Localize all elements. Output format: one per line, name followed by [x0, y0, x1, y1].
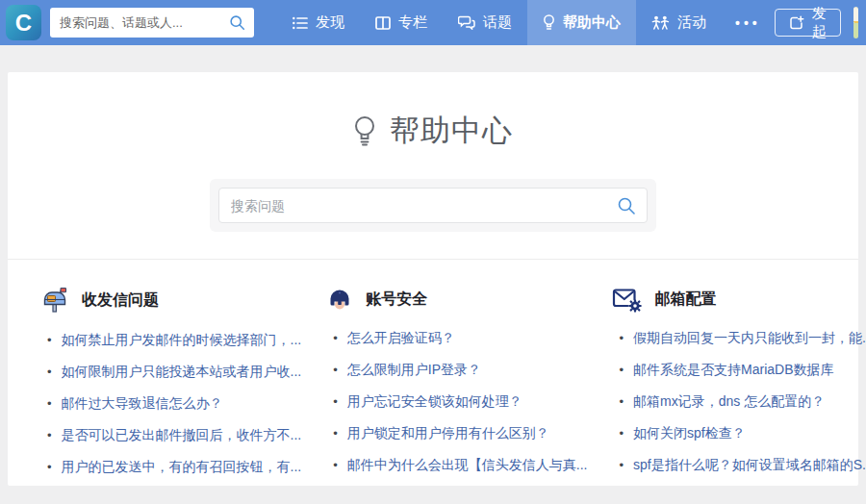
bullet-dot: • [333, 361, 338, 379]
bullet-dot: • [619, 392, 624, 411]
faq-list-item: • 如何禁止用户发邮件的时候选择部门，... [40, 331, 301, 349]
bullet-dot: • [47, 426, 52, 444]
section-title: 收发信问题 [82, 290, 159, 311]
section-mailbox-config: 邮箱配置 • 假期自动回复一天内只能收到一封，能... • 邮件系统是否支持Ma… [612, 286, 866, 490]
start-post-button[interactable]: 发起 [775, 9, 841, 37]
site-logo[interactable]: C [6, 5, 41, 40]
faq-link[interactable]: 邮件系统是否支持MariaDB数据库 [633, 361, 833, 379]
faq-link[interactable]: spf是指什么呢？如何设置域名邮箱的S... [633, 456, 866, 474]
section-title: 邮箱配置 [654, 290, 716, 310]
logo-letter: C [15, 10, 32, 37]
mailbox-icon [40, 286, 69, 315]
mail-gear-icon [612, 286, 642, 313]
nav-item-discover[interactable]: 发现 [277, 0, 360, 45]
bullet-dot: • [619, 424, 624, 442]
faq-list-item: • 用户的已发送中，有的有召回按钮，有... [40, 458, 301, 476]
section-mail-send-receive: 收发信问题 • 如何禁止用户发邮件的时候选择部门，... • 如何限制用户只能投… [40, 286, 301, 490]
bullet-dot: • [333, 392, 338, 411]
topbar: C 发现 [0, 0, 866, 45]
faq-sections: 收发信问题 • 如何禁止用户发邮件的时候选择部门，... • 如何限制用户只能投… [8, 260, 858, 490]
faq-list-item: • 用户忘记安全锁该如何处理？ [326, 392, 587, 411]
list-icon [293, 16, 308, 30]
faq-list-item: • 如何关闭spf检查？ [612, 424, 866, 442]
faq-list-item: • 是否可以已发出邮件撤回后，收件方不... [40, 426, 301, 444]
user-avatar[interactable] [853, 7, 858, 38]
faq-list-item: • 邮箱mx记录，dns 怎么配置的？ [612, 392, 866, 411]
faq-link[interactable]: 如何限制用户只能投递本站或者用户收... [62, 363, 302, 381]
nav-item-columns[interactable]: 专栏 [360, 0, 443, 45]
faq-list-item: • 用户锁定和用户停用有什么区别？ [326, 424, 587, 442]
bullet-dot: • [47, 331, 52, 349]
faq-link[interactable]: 邮箱mx记录，dns 怎么配置的？ [633, 392, 825, 411]
search-icon[interactable] [617, 196, 636, 215]
guard-icon [326, 286, 353, 313]
people-icon [651, 15, 670, 30]
section-account-security: 账号安全 • 怎么开启验证码？ • 怎么限制用户IP登录？ • 用户忘记安全锁该… [326, 286, 587, 490]
faq-list: • 如何禁止用户发邮件的时候选择部门，... • 如何限制用户只能投递本站或者用… [40, 331, 301, 476]
faq-list-item: • 邮件系统是否支持MariaDB数据库 [612, 361, 866, 379]
bullet-dot: • [333, 424, 338, 442]
faq-link[interactable]: 是否可以已发出邮件撤回后，收件方不... [62, 426, 302, 444]
nav-label: 话题 [483, 13, 512, 32]
compose-icon [789, 15, 804, 31]
bullet-dot: • [619, 361, 624, 379]
help-center-page: { "topbar": { "logo_letter": "C", "searc… [0, 0, 866, 504]
bulb-icon [543, 14, 555, 31]
nav-label: 活动 [677, 13, 706, 32]
nav-more-button[interactable]: ••• [722, 0, 775, 45]
start-post-label: 发起 [812, 5, 827, 41]
topbar-search-input[interactable] [60, 15, 229, 30]
bullet-dot: • [47, 458, 52, 476]
faq-link[interactable]: 如何禁止用户发邮件的时候选择部门，... [62, 331, 302, 349]
help-search-input[interactable] [218, 188, 648, 223]
faq-list-item: • 邮件中为什么会出现【信头发信人与真... [326, 456, 587, 474]
nav-item-activities[interactable]: 活动 [636, 0, 722, 45]
nav-label: 帮助中心 [563, 13, 621, 32]
search-icon[interactable] [229, 14, 245, 31]
faq-link[interactable]: 假期自动回复一天内只能收到一封，能... [633, 329, 866, 347]
bullet-dot: • [333, 329, 338, 347]
faq-list-item: • spf是指什么呢？如何设置域名邮箱的S... [612, 456, 866, 474]
faq-link[interactable]: 怎么开启验证码？ [347, 329, 455, 347]
bullet-dot: • [619, 329, 624, 347]
faq-list-item: • 怎么开启验证码？ [326, 329, 587, 347]
faq-list-item: • 邮件过大导致退信怎么办？ [40, 394, 301, 413]
columns-icon [375, 16, 391, 30]
nav-item-help-center[interactable]: 帮助中心 [527, 0, 636, 45]
faq-link[interactable]: 邮件中为什么会出现【信头发信人与真... [347, 456, 588, 474]
lightbulb-icon [353, 115, 376, 146]
more-dots: ••• [735, 15, 761, 31]
nav-label: 专栏 [398, 13, 427, 32]
faq-list-item: • 如何限制用户只能投递本站或者用户收... [40, 363, 301, 381]
faq-list: • 假期自动回复一天内只能收到一封，能... • 邮件系统是否支持MariaDB… [612, 329, 866, 474]
help-center-card: 帮助中心 [8, 72, 858, 486]
faq-list-item: • 假期自动回复一天内只能收到一封，能... [612, 329, 866, 347]
section-title: 账号安全 [366, 290, 427, 310]
nav-item-topics[interactable]: 话题 [443, 0, 527, 45]
faq-link[interactable]: 如何关闭spf检查？ [633, 424, 746, 442]
page-title: 帮助中心 [390, 111, 513, 151]
faq-list-item: • 怎么限制用户IP登录？ [326, 361, 587, 379]
faq-link[interactable]: 用户锁定和用户停用有什么区别？ [347, 424, 549, 442]
topbar-search [50, 8, 254, 38]
faq-link[interactable]: 怎么限制用户IP登录？ [347, 361, 481, 379]
bullet-dot: • [619, 456, 624, 474]
faq-list: • 怎么开启验证码？ • 怎么限制用户IP登录？ • 用户忘记安全锁该如何处理？… [326, 329, 587, 474]
faq-link[interactable]: 邮件过大导致退信怎么办？ [62, 394, 223, 413]
faq-link[interactable]: 用户忘记安全锁该如何处理？ [347, 392, 522, 411]
nav-label: 发现 [316, 13, 344, 32]
main-nav: 发现 专栏 话题 [277, 0, 775, 45]
bullet-dot: • [47, 394, 52, 413]
bullet-dot: • [47, 363, 52, 381]
bullet-dot: • [333, 456, 338, 474]
faq-link[interactable]: 用户的已发送中，有的有召回按钮，有... [62, 458, 302, 476]
hero-section: 帮助中心 [8, 72, 858, 232]
chat-icon [458, 15, 475, 30]
hero-search-panel [210, 179, 656, 232]
